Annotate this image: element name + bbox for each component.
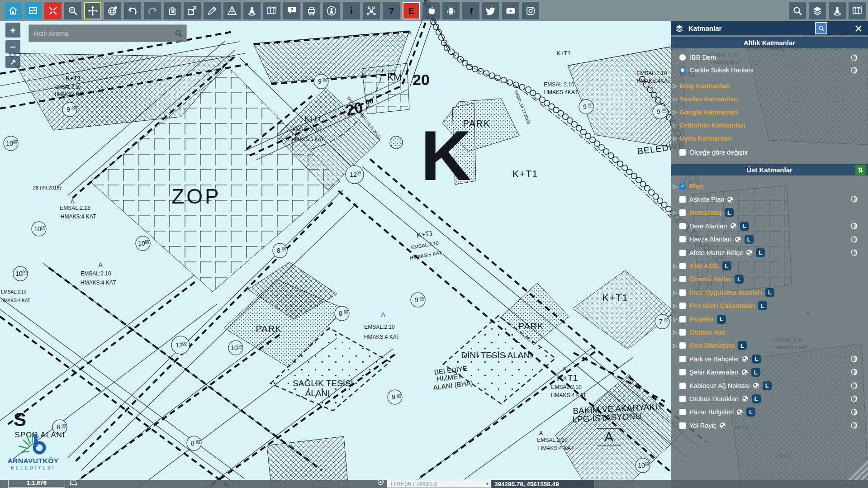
- opacity-icon[interactable]: [850, 355, 858, 363]
- layer-checkbox[interactable]: [679, 250, 686, 256]
- panel-close-icon[interactable]: [853, 23, 864, 34]
- globe-icon[interactable]: [742, 355, 749, 362]
- person-pin-button[interactable]: [243, 2, 261, 19]
- legend-badge[interactable]: L: [735, 275, 744, 284]
- export-button[interactable]: [184, 2, 201, 19]
- expand-triangle-icon[interactable]: ▷: [673, 289, 679, 296]
- layer-checkbox[interactable]: [679, 422, 686, 429]
- globe-icon[interactable]: [753, 382, 759, 389]
- zoom-in-button[interactable]: +: [5, 23, 20, 38]
- center-arrows-button[interactable]: [44, 2, 62, 19]
- layer-checkbox[interactable]: [679, 263, 686, 269]
- sort-layers-button[interactable]: ⇅: [855, 165, 866, 175]
- layer-row[interactable]: ▷ProjelerL: [671, 313, 868, 326]
- pencil-button[interactable]: [204, 2, 221, 19]
- share-nodes-button[interactable]: [363, 2, 380, 19]
- globe-icon[interactable]: [736, 409, 743, 416]
- extent-button[interactable]: [24, 2, 42, 19]
- crs-selector-dropdown[interactable]: ITRF96 / TM30-3 ▾: [387, 479, 491, 488]
- layer-group-row[interactable]: ▷Google Katmanları: [671, 105, 868, 118]
- legend-badge[interactable]: L: [752, 394, 761, 403]
- opacity-icon[interactable]: [850, 236, 858, 243]
- base-layer-radio[interactable]: [679, 67, 686, 73]
- help-button[interactable]: ?: [383, 2, 400, 19]
- layer-checkbox[interactable]: [679, 342, 686, 349]
- expand-triangle-icon[interactable]: ▷: [673, 276, 679, 282]
- undo-button[interactable]: [124, 2, 141, 19]
- expand-triangle-icon[interactable]: ▷: [673, 183, 679, 190]
- layer-row[interactable]: ▷Fen İşleri ÇalışmalarıL: [671, 299, 868, 313]
- layer-group-row[interactable]: ▷Bing Katmanları: [671, 79, 868, 92]
- layer-group-row[interactable]: ▷Orthofoto Katmanları: [671, 118, 868, 132]
- legend-badge[interactable]: L: [722, 261, 731, 270]
- base-layer-radio[interactable]: [679, 54, 686, 61]
- opacity-icon[interactable]: [850, 395, 858, 403]
- print-button[interactable]: [303, 2, 320, 19]
- opacity-icon[interactable]: [850, 382, 858, 389]
- layers-button[interactable]: [809, 2, 826, 19]
- layer-checkbox[interactable]: ✓: [679, 183, 686, 190]
- map-pin-icon[interactable]: [69, 478, 78, 488]
- layer-row[interactable]: ▷✓Plan: [671, 180, 868, 193]
- legend-badge[interactable]: L: [725, 208, 734, 217]
- legend-badge[interactable]: L: [758, 301, 767, 310]
- layer-row[interactable]: Pazar BölgeleriL: [671, 406, 868, 419]
- info-button[interactable]: i: [343, 2, 360, 19]
- measure-button[interactable]: [223, 2, 241, 19]
- layer-row[interactable]: Afete Maruz BölgeL: [671, 246, 868, 259]
- globe-icon[interactable]: [742, 395, 749, 402]
- scale-dependent-checkbox-row[interactable]: Ölçeğe göre değiştir: [671, 146, 868, 159]
- search-icon[interactable]: [174, 29, 183, 38]
- layer-row[interactable]: Otobüs DuraklarıL: [671, 392, 868, 405]
- globe-icon[interactable]: [719, 422, 726, 429]
- android-button[interactable]: [442, 2, 460, 19]
- pan-button[interactable]: [84, 2, 101, 19]
- layer-row[interactable]: ▷Geri DönüşümL: [671, 339, 868, 352]
- expand-triangle-icon[interactable]: ▷: [673, 209, 679, 216]
- legend-badge[interactable]: L: [765, 288, 774, 297]
- home-button[interactable]: [5, 2, 22, 19]
- expand-triangle-icon[interactable]: ▷: [673, 303, 679, 309]
- trash-button[interactable]: [164, 2, 181, 19]
- layer-row[interactable]: ▷Afet ACİLL: [671, 259, 868, 272]
- layer-row[interactable]: ▷NumaratajL: [671, 206, 868, 219]
- layer-checkbox[interactable]: [679, 383, 686, 389]
- legend-badge[interactable]: L: [717, 315, 726, 324]
- base-layer-row[interactable]: Cadde Sokak Haritası: [671, 64, 868, 76]
- layer-checkbox[interactable]: [679, 356, 686, 362]
- layer-checkbox[interactable]: [679, 396, 686, 402]
- opacity-icon[interactable]: [850, 368, 858, 376]
- facebook-button[interactable]: f: [462, 2, 479, 19]
- layer-checkbox[interactable]: [679, 409, 686, 415]
- layer-checkbox[interactable]: [679, 209, 686, 216]
- layer-group-row[interactable]: ▷Uydu Katmanları: [671, 132, 868, 145]
- layer-row[interactable]: Dere AlanlarıL: [671, 219, 868, 232]
- layer-row[interactable]: ▷İmar Uygulama AlanlarıL: [671, 286, 868, 299]
- layer-checkbox[interactable]: [679, 276, 686, 282]
- feedback-button[interactable]: ?: [283, 2, 300, 19]
- ebelediye-button[interactable]: E: [403, 2, 420, 19]
- expand-triangle-icon[interactable]: ▷: [673, 135, 679, 142]
- globe-icon[interactable]: [730, 223, 737, 229]
- opacity-icon[interactable]: [850, 222, 858, 230]
- layer-row[interactable]: Park ve BahçelerL: [671, 352, 868, 365]
- apple-button[interactable]: [422, 2, 440, 19]
- layer-row[interactable]: Şehir KameralarıL: [671, 365, 868, 379]
- legend-badge[interactable]: L: [746, 407, 755, 417]
- legend-badge[interactable]: L: [752, 355, 761, 364]
- coordinate-target-icon[interactable]: [377, 478, 384, 488]
- scale-dependent-checkbox[interactable]: [679, 149, 686, 156]
- opacity-icon[interactable]: [850, 422, 858, 429]
- expand-triangle-icon[interactable]: ▷: [673, 96, 679, 102]
- layer-row[interactable]: Kablosuz Ağ NoktasıL: [671, 379, 868, 392]
- legend-badge[interactable]: L: [763, 381, 772, 390]
- globe-pin-button[interactable]: [104, 2, 121, 19]
- layer-checkbox[interactable]: [679, 196, 686, 203]
- layer-row[interactable]: Yol Rayiç: [671, 419, 868, 432]
- layer-row[interactable]: Askıda Plan: [671, 193, 868, 206]
- layer-row[interactable]: ▷Önemli YerlerL: [671, 273, 868, 286]
- globe-icon[interactable]: [741, 369, 748, 376]
- search-button[interactable]: [789, 2, 806, 19]
- base-layer-row[interactable]: İBB Dem: [671, 51, 868, 64]
- expand-triangle-icon[interactable]: ▷: [673, 109, 679, 115]
